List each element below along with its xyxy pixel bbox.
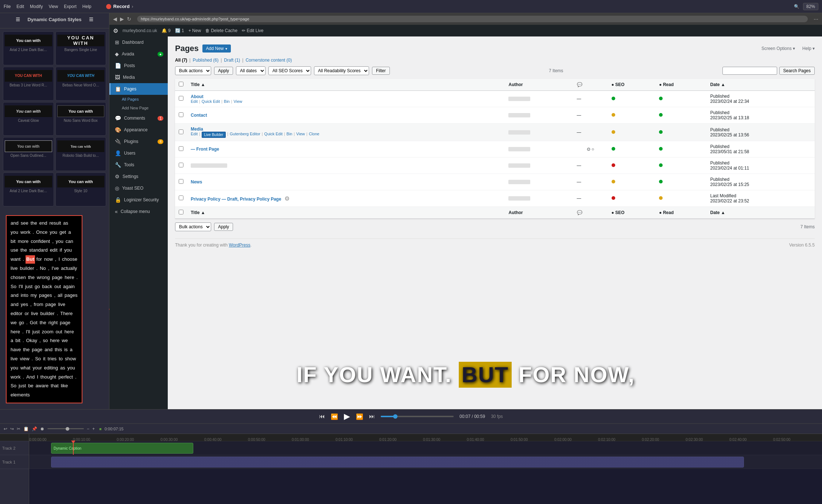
sidebar-item-appearance[interactable]: 🎨 Appearance	[109, 124, 168, 136]
sidebar-subitem-all-pages[interactable]: All Pages	[109, 95, 168, 104]
row-checkbox[interactable]	[175, 91, 187, 107]
title-col-header[interactable]: Title ▲	[187, 79, 505, 91]
sidebar-item-yoast[interactable]: ◎ Yoast SEO	[109, 182, 168, 194]
caption-style-5[interactable]: You can with Noto Sans Word Box	[55, 102, 106, 136]
dates-filter[interactable]: All dates	[236, 66, 265, 75]
filter-cornerstone[interactable]: Cornerstone content (0)	[245, 58, 292, 63]
sidebar-item-tools[interactable]: 🔧 Tools	[109, 159, 168, 171]
sidebar-item-media[interactable]: 🖼 Media	[109, 71, 168, 83]
footer-title[interactable]: Title ▲	[187, 207, 505, 219]
caption-style-2[interactable]: YOU CAN WITH Bebas 3 Line Word R...	[3, 67, 54, 101]
action-clone[interactable]: Clone	[309, 132, 319, 138]
bottom-bulk-select[interactable]: Bulk actions	[175, 222, 211, 231]
action-gutenberg[interactable]: Gutenberg Editor	[230, 132, 260, 138]
date-col-header[interactable]: Date ▲	[706, 79, 815, 91]
sidebar-item-avada[interactable]: ◆ Avada ●	[109, 48, 168, 60]
tracks-area[interactable]: 0:00:00:000:00:10:000:00:20:000:00:30:00…	[29, 434, 822, 504]
action-edit[interactable]: Edit	[191, 132, 198, 138]
action-bin[interactable]: Bin	[287, 132, 292, 138]
progress-track[interactable]	[381, 416, 454, 417]
sidebar-item-pages[interactable]: 📋 Pages	[109, 83, 168, 95]
apply-button[interactable]: Apply	[214, 67, 233, 75]
live-builder-btn[interactable]: Live Builder	[202, 132, 226, 138]
menu-help[interactable]: Help	[82, 4, 92, 9]
action-view[interactable]: View	[296, 132, 305, 138]
sidebar-item-settings[interactable]: ⚙ Settings	[109, 171, 168, 182]
redo-button[interactable]: ↪	[10, 426, 14, 431]
page-title-link[interactable]: News	[191, 179, 202, 185]
wp-new-btn[interactable]: + New	[189, 28, 201, 33]
sidebar-item-posts[interactable]: 📄 Posts	[109, 60, 168, 71]
wp-edit-live-btn[interactable]: ✏ Edit Live	[242, 28, 263, 33]
audio-clip[interactable]	[51, 457, 744, 468]
caption-style-7[interactable]: You can with Roboto Slab Build to...	[55, 137, 106, 171]
step-back-button[interactable]: ⏪	[331, 413, 338, 420]
caption-style-9[interactable]: You can with Style 10	[55, 172, 106, 206]
filter-draft[interactable]: Draft (1)	[224, 58, 240, 63]
dynamic-caption-clip[interactable]: Dynamic Caption	[51, 443, 193, 454]
page-title-link[interactable]: Privacy Policy — Draft, Privacy Policy P…	[191, 197, 281, 202]
sidebar-item-plugins[interactable]: 🔌 Plugins 4	[109, 136, 168, 147]
zoom-out-button[interactable]: −	[87, 426, 89, 431]
caption-style-0[interactable]: You can with Arial 2 Line Dark Bac...	[3, 31, 54, 65]
sidebar-item-loginizer[interactable]: 🔒 Loginizer Security	[109, 194, 168, 206]
row-checkbox[interactable]	[175, 124, 187, 141]
wp-delete-cache-btn[interactable]: 🗑 Delete Cache	[205, 28, 237, 33]
skip-forward-button[interactable]: ⏭	[369, 413, 375, 420]
sidebar-item-collapse[interactable]: « Collapse menu	[109, 206, 168, 217]
page-title-link[interactable]: — Front Page	[191, 147, 219, 152]
filter-all[interactable]: All (7)	[175, 58, 187, 63]
menu-export[interactable]: Export	[64, 4, 77, 9]
caption-style-4[interactable]: You can with Caveat Glow	[3, 102, 54, 136]
action-view[interactable]: View	[234, 99, 243, 104]
filter-published[interactable]: Published (6)	[193, 58, 218, 63]
caption-style-6[interactable]: You can with Open Sans Outlined...	[3, 137, 54, 171]
copy-button[interactable]: 📋	[23, 426, 29, 431]
readability-filter[interactable]: All Readability Scores	[314, 66, 369, 75]
filter-button[interactable]: Filter	[372, 67, 390, 75]
row-checkbox[interactable]	[175, 141, 187, 158]
skip-back-button[interactable]: ⏮	[319, 413, 325, 420]
wp-site-name[interactable]: murleybond.co.uk	[123, 28, 157, 33]
bulk-actions-select[interactable]: Bulk actions	[175, 66, 211, 75]
sidebar-subitem-add-page[interactable]: Add New Page	[109, 104, 168, 112]
bottom-apply-button[interactable]: Apply	[214, 223, 233, 231]
screen-options[interactable]: Screen Options ▾	[761, 46, 795, 51]
sidebar-item-users[interactable]: 👤 Users	[109, 147, 168, 159]
playhead[interactable]	[73, 441, 74, 455]
caption-style-1[interactable]: YOU CAN WITH Bangers Single Line	[55, 31, 106, 65]
row-checkbox[interactable]	[175, 158, 187, 174]
zoom-in-button[interactable]: +	[92, 426, 95, 431]
select-all-checkbox[interactable]	[179, 82, 183, 86]
wordpress-link[interactable]: WordPress	[229, 243, 250, 248]
step-forward-button[interactable]: ⏩	[356, 413, 363, 420]
action-quick-edit[interactable]: Quick Edit	[264, 132, 283, 138]
action-quick-edit[interactable]: Quick Edit	[202, 99, 220, 104]
paste-button[interactable]: 📌	[32, 426, 37, 431]
help-link[interactable]: Help ▾	[802, 46, 815, 51]
forward-button[interactable]: ▶	[120, 16, 124, 22]
page-title-link[interactable]: Contact	[191, 113, 207, 118]
sidebar-item-comments[interactable]: 💬 Comments 1	[109, 112, 168, 124]
wp-updates-count[interactable]: 🔄 1	[175, 28, 184, 33]
zoom-level[interactable]: 82%	[803, 3, 818, 10]
sidebar-item-dashboard[interactable]: ⊞ Dashboard	[109, 36, 168, 48]
undo-button[interactable]: ↩	[4, 426, 7, 431]
zoom-slider-thumb[interactable]	[66, 427, 69, 431]
row-checkbox[interactable]	[175, 190, 187, 207]
record-button[interactable]: Record ›	[106, 4, 133, 9]
menu-view[interactable]: View	[49, 4, 58, 9]
action-bin[interactable]: Bin	[224, 99, 230, 104]
play-pause-button[interactable]: ▶	[344, 412, 350, 421]
add-new-button[interactable]: Add New ▾	[202, 44, 231, 53]
caption-style-3[interactable]: YOU CAN WITH Bebas Neue Word O...	[55, 67, 106, 101]
seo-scores-filter[interactable]: All SEO Scores	[268, 66, 311, 75]
progress-thumb[interactable]	[393, 414, 398, 419]
menu-modify[interactable]: Modify	[30, 4, 43, 9]
page-title-link[interactable]: About	[191, 94, 203, 99]
url-bar[interactable]: https://murleyband.co.uk/wp-admin/edit.p…	[137, 16, 808, 22]
menu-edit[interactable]: Edit	[16, 4, 24, 9]
row-checkbox[interactable]	[175, 107, 187, 124]
action-edit[interactable]: Edit	[191, 99, 198, 104]
page-title-link[interactable]: Media	[191, 127, 203, 132]
